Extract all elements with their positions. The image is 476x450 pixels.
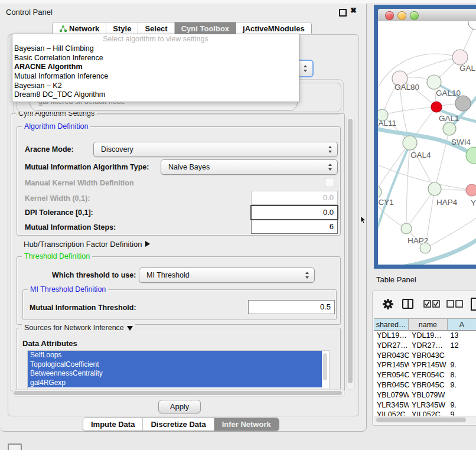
- table-row[interactable]: YLR345WYLR345W9.: [374, 400, 476, 410]
- attribute-list-item[interactable]: SelfLoops: [28, 351, 322, 360]
- table-cell: YBR045C: [409, 380, 448, 390]
- network-node[interactable]: [378, 186, 382, 198]
- network-window-titlebar[interactable]: [378, 9, 476, 22]
- close-icon[interactable]: ✖: [350, 6, 357, 15]
- node-label: HAP2: [407, 236, 428, 245]
- table-row[interactable]: YIL052CYIL052C9: [374, 410, 476, 416]
- tab-discretize-data[interactable]: Discretize Data: [143, 418, 214, 431]
- table-row[interactable]: YDR27…YDR27…12: [374, 341, 476, 351]
- network-icon: [59, 25, 67, 32]
- deselect-all-icon[interactable]: [446, 300, 463, 308]
- table-cell: YDR27…: [374, 341, 409, 351]
- panel-title: Control Panel: [6, 8, 53, 17]
- sources-title[interactable]: Sources for Network Inference: [24, 324, 124, 332]
- tab-jactivemnodules[interactable]: jActiveMNodules: [236, 22, 311, 35]
- network-edge[interactable]: [400, 57, 460, 79]
- network-node[interactable]: [428, 182, 441, 195]
- attribute-list-item[interactable]: BetweennessCentrality: [28, 369, 322, 379]
- apply-button[interactable]: Apply: [158, 400, 201, 413]
- table-cell: 9.: [448, 380, 476, 390]
- dropdown-item[interactable]: Bayesian – K2: [12, 81, 299, 91]
- network-node[interactable]: [466, 184, 476, 196]
- tab-impute-data[interactable]: Impute Data: [83, 418, 143, 431]
- manual-kernel-checkbox[interactable]: [325, 178, 334, 187]
- mi-threshold-field[interactable]: 0.5: [248, 300, 335, 314]
- column-header[interactable]: shared…: [374, 318, 409, 331]
- minimize-traffic-light[interactable]: [397, 11, 406, 20]
- table-row[interactable]: YBR043CYBR043C: [374, 351, 476, 361]
- kernel-width-field[interactable]: 0.0: [251, 191, 338, 205]
- table-cell: 9: [448, 410, 476, 416]
- network-canvas[interactable]: GALGAL80GAL10GAL1GAL11SWI4GAL4GCY1HAP4YH…: [378, 21, 476, 265]
- combo-stepper-icon: [328, 146, 332, 153]
- dropdown-item[interactable]: ARACNE Algorithm: [12, 63, 299, 72]
- table-cell: YDR27…: [409, 341, 448, 351]
- network-node[interactable]: [468, 21, 476, 30]
- attribute-list-item[interactable]: TopologicalCoefficient: [28, 360, 322, 370]
- collapsed-panel-icon[interactable]: [8, 444, 22, 450]
- vertical-scrollbar[interactable]: [346, 116, 355, 390]
- tab-select[interactable]: Select: [138, 22, 174, 35]
- table-cell: YBL079W: [374, 390, 409, 400]
- dpi-tolerance-label: DPI Tolerance [0,1]:: [25, 208, 93, 217]
- combo-stepper-icon: [303, 65, 308, 72]
- inference-algorithm-combo-fragment[interactable]: [298, 60, 314, 77]
- table-row[interactable]: YPR145WYPR145W9.: [374, 360, 476, 370]
- data-attributes-label: Data Attributes: [22, 339, 77, 348]
- network-edge[interactable]: [406, 189, 435, 229]
- aracne-mode-combo[interactable]: Discovery: [93, 142, 338, 157]
- table-horizontal-scrollbar[interactable]: [374, 416, 476, 423]
- tab-cyni-toolbox[interactable]: Cyni Toolbox: [175, 22, 236, 35]
- close-traffic-light[interactable]: [385, 11, 394, 20]
- table-row[interactable]: YER054CYER054C8.: [374, 370, 476, 380]
- network-node[interactable]: [443, 122, 456, 135]
- hub-section-toggle[interactable]: Hub/Transcription Factor Definition: [24, 239, 150, 249]
- network-edge[interactable]: [406, 143, 410, 229]
- node-label: GCY1: [378, 198, 394, 207]
- split-pane-icon[interactable]: [402, 299, 413, 309]
- tab-infer-network[interactable]: Infer Network: [214, 418, 279, 431]
- gear-icon[interactable]: [382, 298, 394, 310]
- tab-style[interactable]: Style: [106, 22, 138, 35]
- dropdown-item[interactable]: Mutual Information Inference: [12, 72, 299, 81]
- network-node[interactable]: [403, 136, 417, 150]
- network-edge[interactable]: [382, 107, 436, 115]
- dropdown-item[interactable]: Dream8 DC_TDC Algorithm: [12, 90, 299, 100]
- dpi-tolerance-field[interactable]: 0.0: [250, 205, 338, 220]
- network-node[interactable]: [452, 50, 468, 65]
- table-row[interactable]: YDL19…YDL19…13: [374, 331, 476, 341]
- network-node[interactable]: [401, 223, 412, 234]
- tab-label: Cyni Toolbox: [181, 24, 229, 33]
- attribute-list-item[interactable]: gal4RGexp: [28, 379, 322, 388]
- dropdown-item[interactable]: Bayesian – Hill Climbing: [12, 44, 299, 54]
- table-row[interactable]: YBR045CYBR045C9.: [374, 380, 476, 390]
- column-header[interactable]: name: [409, 318, 448, 331]
- network-node[interactable]: [427, 75, 441, 89]
- table-cell: YBR045C: [374, 380, 409, 390]
- zoom-traffic-light[interactable]: [410, 11, 419, 20]
- network-node[interactable]: [431, 102, 442, 112]
- tab-network[interactable]: Network: [53, 22, 106, 35]
- table-cell: YIL052C: [374, 410, 409, 416]
- mi-type-combo[interactable]: Naive Bayes: [161, 159, 338, 175]
- table-cell: YBR043C: [409, 351, 448, 361]
- table-row[interactable]: YBL079WYBL079W: [374, 390, 476, 400]
- data-attributes-list[interactable]: SelfLoopsTopologicalCoefficientBetweenne…: [27, 350, 330, 389]
- aracne-mode-value: Discovery: [101, 145, 133, 154]
- float-window-icon[interactable]: [339, 9, 347, 17]
- table-cell: 9.: [448, 360, 476, 370]
- horizontal-scrollbar[interactable]: [12, 389, 345, 397]
- network-view-window: GALGAL80GAL10GAL1GAL11SWI4GAL4GCY1HAP4YH…: [374, 5, 476, 269]
- select-all-icon[interactable]: [423, 300, 440, 308]
- list-scrollbar-thumb[interactable]: [323, 353, 327, 380]
- table-cell: YLR345W: [409, 400, 448, 410]
- table-cell: YDL19…: [374, 331, 409, 341]
- mi-steps-field[interactable]: 6: [251, 220, 338, 234]
- dropdown-item[interactable]: Basic Correlation Inference: [12, 54, 299, 63]
- network-node[interactable]: [455, 96, 471, 111]
- document-icon[interactable]: [470, 297, 476, 311]
- collapse-arrow-icon: [127, 326, 133, 331]
- which-threshold-combo[interactable]: MI Threshold: [139, 268, 315, 283]
- column-header[interactable]: A: [448, 318, 476, 331]
- tab-label: Style: [113, 24, 131, 33]
